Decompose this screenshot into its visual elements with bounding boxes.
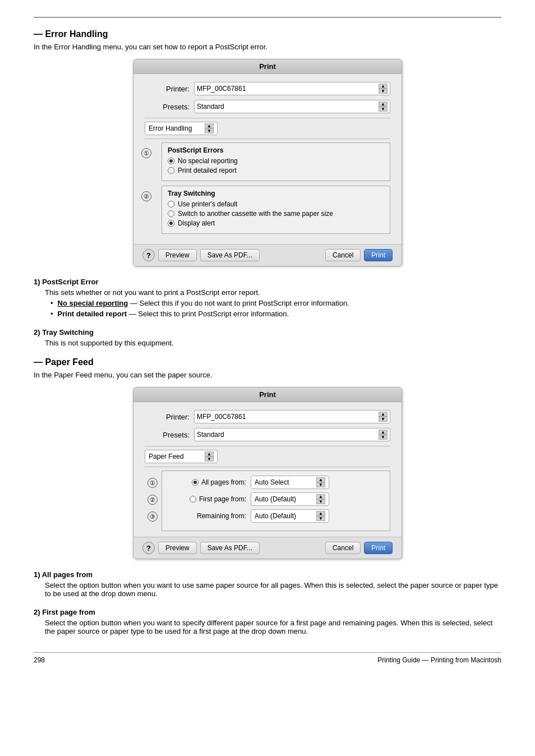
panel-row: Error Handling ▲ ▼ <box>145 122 390 135</box>
pf-row1-value: Auto Select <box>255 478 289 486</box>
ps-radio2[interactable] <box>168 167 174 174</box>
pf-radio2[interactable] <box>190 496 196 503</box>
top-border <box>34 17 501 18</box>
dialog-footer: ? Preview Save As PDF... Cancel Print <box>133 244 402 266</box>
pf-presets-stepper[interactable]: ▲ ▼ <box>379 430 388 440</box>
stepper-down[interactable]: ▼ <box>316 516 325 521</box>
pf-save-pdf-button[interactable]: Save As PDF... <box>200 542 260 554</box>
page-footer: 298 Printing Guide — Printing from Macin… <box>34 652 501 664</box>
stepper-down[interactable]: ▼ <box>379 435 388 440</box>
printer-label: Printer: <box>145 85 190 93</box>
stepper-down[interactable]: ▼ <box>205 128 214 133</box>
tray-radio1[interactable] <box>168 201 174 208</box>
annotation-2: ② <box>141 191 151 201</box>
pf-row2-stepper[interactable]: ▲ ▼ <box>316 494 325 504</box>
printer-select[interactable]: MFP_00C67861 ▲ ▼ <box>194 82 390 95</box>
dialog-body: Printer: MFP_00C67861 ▲ ▼ Presets: <box>133 74 402 244</box>
eh-bullet2-bold: Print detailed report <box>58 310 127 318</box>
tray-radio3-label: Display alert <box>178 219 215 227</box>
postscript-errors-group: PostScript Errors No special reporting P… <box>162 142 390 181</box>
eh-desc1: 1) PostScript Error This sets whether or… <box>34 278 501 318</box>
ps-radio1-label: No special reporting <box>178 157 238 165</box>
eh-bullet1-content: No special reporting — Select this if yo… <box>58 299 349 307</box>
tray-switching-container: ② Tray Switching Use printer's default S… <box>162 186 390 234</box>
pf-printer-select[interactable]: MFP_00C67861 ▲ ▼ <box>194 410 390 423</box>
error-handling-print-dialog: Print Printer: MFP_00C67861 ▲ ▼ <box>133 59 402 266</box>
pf-annotation-1: ① <box>147 478 158 488</box>
eh-desc2: 2) Tray Switching This is not supported … <box>34 328 501 347</box>
ps-radio2-row: Print detailed report <box>168 167 384 174</box>
tray-radio3[interactable] <box>168 220 174 227</box>
stepper-down[interactable]: ▼ <box>316 482 325 487</box>
stepper-up[interactable]: ▲ <box>316 477 325 482</box>
pf-desc1: 1) All pages from Select the option butt… <box>34 570 501 598</box>
stepper-up[interactable]: ▲ <box>316 494 325 499</box>
pf-row1-wrapper: ① All pages from: Auto Select <box>168 476 384 489</box>
pf-row2-wrapper: ② First page from: Auto (Default) <box>168 492 384 506</box>
footer-page-number: 298 <box>34 656 45 664</box>
save-pdf-button[interactable]: Save As PDF... <box>200 249 260 261</box>
eh-bullet1-rest: — Select this if you do not want to prin… <box>128 299 349 307</box>
page: — Error Handling In the Error Handling m… <box>0 0 535 756</box>
ps-radio1-row: No special reporting <box>168 157 384 165</box>
stepper-down[interactable]: ▼ <box>379 417 388 422</box>
pf-row1-left: All pages from: <box>168 478 246 486</box>
divider <box>145 118 390 118</box>
pf-row1-stepper[interactable]: ▲ ▼ <box>316 477 325 487</box>
pf-row2-select[interactable]: Auto (Default) ▲ ▼ <box>251 492 329 506</box>
pf-panel-select[interactable]: Paper Feed ▲ ▼ <box>145 450 218 463</box>
stepper-down[interactable]: ▼ <box>379 107 388 112</box>
pf-row2-label: First page from: <box>199 495 246 503</box>
pf-desc2-para: Select the option button when you want t… <box>45 619 501 635</box>
stepper-up[interactable]: ▲ <box>379 102 388 107</box>
cancel-button[interactable]: Cancel <box>325 249 361 261</box>
help-button[interactable]: ? <box>142 249 155 261</box>
tray-switching-group: Tray Switching Use printer's default Swi… <box>162 186 390 234</box>
stepper-up[interactable]: ▲ <box>205 123 214 128</box>
pf-presets-select[interactable]: Standard ▲ ▼ <box>194 428 390 441</box>
stepper-down[interactable]: ▼ <box>316 499 325 504</box>
pf-panel-stepper[interactable]: ▲ ▼ <box>205 451 214 462</box>
stepper-up[interactable]: ▲ <box>379 430 388 435</box>
pf-printer-stepper[interactable]: ▲ ▼ <box>379 412 388 422</box>
pf-row1-select[interactable]: Auto Select ▲ ▼ <box>251 476 329 489</box>
presets-stepper[interactable]: ▲ ▼ <box>379 102 388 112</box>
panel-stepper[interactable]: ▲ ▼ <box>205 123 214 133</box>
stepper-down[interactable]: ▼ <box>205 457 214 462</box>
paper-feed-print-dialog: Print Printer: MFP_00C67861 ▲ ▼ <box>133 387 402 559</box>
eh-bullet2-content: Print detailed report — Select this to p… <box>58 310 289 318</box>
panel-select[interactable]: Error Handling ▲ ▼ <box>145 122 218 135</box>
paper-feed-title: — Paper Feed <box>34 357 501 367</box>
pf-row1-label: All pages from: <box>201 478 246 486</box>
ps-radio1[interactable] <box>168 158 174 164</box>
stepper-up[interactable]: ▲ <box>379 412 388 417</box>
paper-feed-dialog-wrapper: Print Printer: MFP_00C67861 ▲ ▼ <box>133 387 402 559</box>
pf-desc2-heading: 2) First page from <box>34 608 501 616</box>
pf-print-button[interactable]: Print <box>364 542 393 554</box>
pf-divider <box>145 446 390 446</box>
printer-stepper[interactable]: ▲ ▼ <box>379 84 388 94</box>
stepper-up[interactable]: ▲ <box>205 451 214 457</box>
pf-help-button[interactable]: ? <box>142 542 155 554</box>
pf-row2-left: First page from: <box>168 495 246 503</box>
pf-row3-stepper[interactable]: ▲ ▼ <box>316 511 325 521</box>
print-button[interactable]: Print <box>364 249 393 261</box>
presets-select[interactable]: Standard ▲ ▼ <box>194 100 390 113</box>
pf-row3-wrapper: ③ Remaining from: Auto (Default) ▲ <box>168 509 384 523</box>
pf-row2-value: Auto (Default) <box>255 495 296 503</box>
stepper-down[interactable]: ▼ <box>379 89 388 94</box>
pf-dialog-title: Print <box>133 388 402 402</box>
tray-radio2[interactable] <box>168 210 174 217</box>
divider2 <box>145 139 390 139</box>
presets-label: Presets: <box>145 103 190 111</box>
pf-annotation-3: ③ <box>147 511 158 522</box>
pf-radio1[interactable] <box>192 479 199 486</box>
stepper-up[interactable]: ▲ <box>316 511 325 516</box>
footer-title: Printing Guide — Printing from Macintosh <box>377 656 501 664</box>
preview-button[interactable]: Preview <box>158 249 197 261</box>
pf-preview-button[interactable]: Preview <box>158 542 197 554</box>
stepper-up[interactable]: ▲ <box>379 84 388 89</box>
pf-cancel-button[interactable]: Cancel <box>325 542 361 554</box>
pf-row3-select[interactable]: Auto (Default) ▲ ▼ <box>251 509 329 523</box>
error-handling-dialog-wrapper: Print Printer: MFP_00C67861 ▲ ▼ <box>133 59 402 266</box>
